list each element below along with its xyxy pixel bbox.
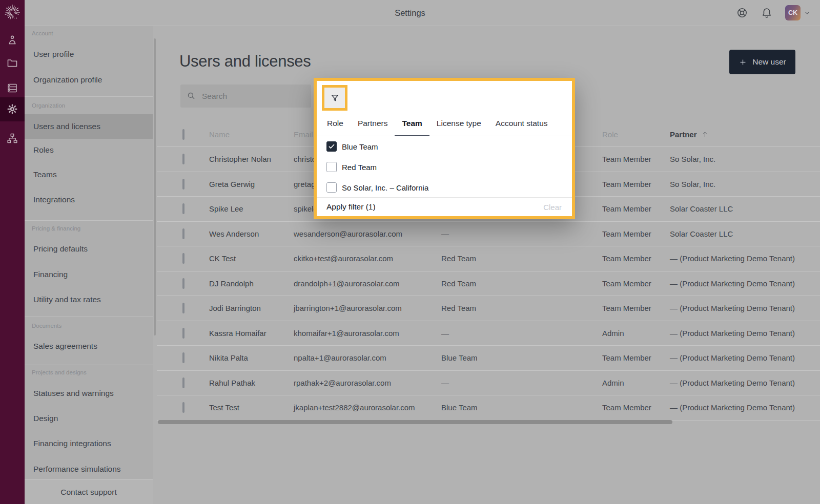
filter-option[interactable]: So Solar, Inc. – California xyxy=(317,177,572,198)
search-box[interactable] xyxy=(180,85,311,108)
org-chart-icon[interactable] xyxy=(0,127,25,151)
column-header-name[interactable]: Name xyxy=(209,130,294,139)
column-header-role[interactable]: Role xyxy=(602,130,670,139)
cell-name: Nikita Palta xyxy=(209,353,294,362)
cell-email: jbarrington+1@aurorasolar.com xyxy=(294,304,441,312)
cell-name: Jodi Barrington xyxy=(209,304,294,312)
table-row[interactable]: Wes Andersonwesanderson@aurorasolar.com—… xyxy=(157,222,820,247)
row-checkbox[interactable] xyxy=(182,203,184,214)
row-checkbox[interactable] xyxy=(182,278,184,289)
row-checkbox[interactable] xyxy=(182,228,184,239)
sidebar-item-statuses-and-warnings[interactable]: Statuses and warnings xyxy=(25,381,153,406)
notifications-bell-icon[interactable] xyxy=(761,7,773,19)
sidebar-item-roles[interactable]: Roles xyxy=(25,138,153,162)
row-checkbox[interactable] xyxy=(182,328,184,339)
unchecked-checkbox[interactable] xyxy=(326,182,337,193)
user-avatar[interactable]: CK xyxy=(785,5,801,20)
contact-support-button[interactable]: Contact support xyxy=(25,479,153,504)
cell-role: Team Member xyxy=(602,180,670,188)
filter-option[interactable]: Blue Team xyxy=(317,136,572,157)
table-row[interactable]: Jodi Barringtonjbarrington+1@aurorasolar… xyxy=(157,296,820,321)
sidebar-item-sales-agreements[interactable]: Sales agreements xyxy=(25,334,153,359)
search-input[interactable] xyxy=(201,91,305,101)
settings-icon[interactable] xyxy=(0,97,25,121)
table-horizontal-scrollbar[interactable] xyxy=(158,420,672,424)
cell-email: rpathak+2@aurorasolar.com xyxy=(294,379,441,387)
help-icon[interactable] xyxy=(736,7,748,19)
sidebar-section-label: Pricing & financing xyxy=(32,225,80,232)
clear-filter-button[interactable]: Clear xyxy=(543,203,562,212)
sidebar-item-financing-integrations[interactable]: Financing integrations xyxy=(25,431,153,456)
cell-partner: — (Product Marketing Demo Tenant) xyxy=(670,403,820,412)
sidebar-item-users-and-licenses[interactable]: Users and licenses xyxy=(25,114,153,139)
page-title: Users and licenses xyxy=(179,52,311,71)
cell-role: Team Member xyxy=(602,304,670,312)
sidebar-scrollbar[interactable] xyxy=(154,38,156,335)
table-row[interactable]: Rahul Pathakrpathak+2@aurorasolar.com—Ad… xyxy=(157,371,820,396)
filter-option-label: So Solar, Inc. – California xyxy=(342,183,428,192)
cell-name: Greta Gerwig xyxy=(209,180,294,188)
cell-name: Test Test xyxy=(209,403,294,412)
select-all-checkbox[interactable] xyxy=(182,129,184,140)
table-row[interactable]: Test Testjkaplan+test2882@aurorasolar.co… xyxy=(157,395,820,421)
row-checkbox[interactable] xyxy=(182,303,184,313)
contacts-icon[interactable] xyxy=(0,28,25,52)
filter-option[interactable]: Red Team xyxy=(317,157,572,177)
row-checkbox[interactable] xyxy=(182,253,184,264)
sidebar-item-integrations[interactable]: Integrations xyxy=(25,187,153,212)
cell-name: Christopher Nolan xyxy=(209,155,294,163)
unchecked-checkbox[interactable] xyxy=(326,162,337,172)
sidebar-item-user-profile[interactable]: User profile xyxy=(25,42,153,67)
projects-icon[interactable] xyxy=(0,51,25,75)
cell-email: npalta+1@aurorasolar.com xyxy=(294,353,441,362)
cell-partner: — (Product Marketing Demo Tenant) xyxy=(670,353,820,362)
cell-role: Team Member xyxy=(602,353,670,362)
page-header-title: Settings xyxy=(0,0,820,26)
sidebar-section-label: Account xyxy=(32,30,53,36)
account-menu[interactable]: CK xyxy=(785,5,811,20)
cell-team: — xyxy=(441,229,602,238)
search-icon xyxy=(187,91,196,101)
column-header-partner[interactable]: Partner xyxy=(670,130,820,139)
row-checkbox[interactable] xyxy=(182,352,184,363)
cell-team: Red Team xyxy=(441,254,602,263)
sidebar-item-utility-and-tax-rates[interactable]: Utility and tax rates xyxy=(25,287,153,312)
sidebar-item-teams[interactable]: Teams xyxy=(25,162,153,187)
filter-tab-partners[interactable]: Partners xyxy=(351,111,395,136)
checked-checkbox[interactable] xyxy=(326,141,337,152)
table-row[interactable]: DJ Randolphdrandolph+1@aurorasolar.comRe… xyxy=(157,271,820,297)
aurora-logo-icon[interactable] xyxy=(4,4,21,21)
annotation-highlight-box: RolePartnersTeamLicense typeAccount stat… xyxy=(314,78,575,219)
sidebar-item-design[interactable]: Design xyxy=(25,406,153,431)
table-row[interactable]: CK Testckitko+test@aurorasolar.comRed Te… xyxy=(157,246,820,271)
filter-option-label: Red Team xyxy=(342,163,377,172)
top-bar-actions: CK xyxy=(736,0,811,26)
table-row[interactable]: Kassra Homaifarkhomaifar+1@aurorasolar.c… xyxy=(157,321,820,346)
filter-button[interactable] xyxy=(324,88,345,108)
cell-partner: — (Product Marketing Demo Tenant) xyxy=(670,304,820,312)
plus-icon xyxy=(739,58,747,67)
filter-tab-license-type[interactable]: License type xyxy=(429,111,488,136)
row-checkbox[interactable] xyxy=(182,154,184,164)
sidebar-item-performance-simulations[interactable]: Performance simulations xyxy=(25,457,153,481)
list-icon[interactable] xyxy=(0,76,25,100)
chevron-down-icon[interactable] xyxy=(804,9,811,16)
cell-partner: — (Product Marketing Demo Tenant) xyxy=(670,254,820,263)
row-checkbox[interactable] xyxy=(182,402,184,413)
filter-tab-team[interactable]: Team xyxy=(395,111,429,136)
row-checkbox[interactable] xyxy=(182,377,184,388)
sidebar-divider xyxy=(25,317,153,317)
sidebar-item-organization-profile[interactable]: Organization profile xyxy=(25,68,153,92)
new-user-button[interactable]: New user xyxy=(729,50,795,74)
table-row[interactable]: Nikita Paltanpalta+1@aurorasolar.comBlue… xyxy=(157,346,820,371)
apply-filter-button[interactable]: Apply filter (1) xyxy=(326,202,543,212)
sidebar-item-financing[interactable]: Financing xyxy=(25,262,153,287)
cell-team: — xyxy=(441,329,602,338)
cell-email: khomaifar+1@aurorasolar.com xyxy=(294,329,441,338)
sidebar-item-pricing-defaults[interactable]: Pricing defaults xyxy=(25,237,153,261)
filter-tab-account-status[interactable]: Account status xyxy=(488,111,555,136)
row-checkbox[interactable] xyxy=(182,179,184,190)
filter-tab-role[interactable]: Role xyxy=(320,111,351,136)
annotation-filter-ring xyxy=(322,85,347,111)
cell-partner: Solar Coaster LLC xyxy=(670,204,820,213)
